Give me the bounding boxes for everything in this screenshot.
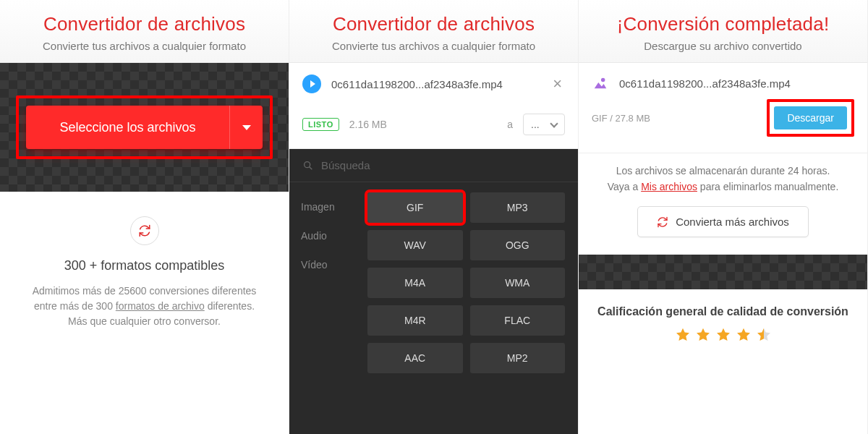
formats-link[interactable]: formatos de archivo bbox=[116, 300, 205, 312]
status-badge: LISTO bbox=[302, 118, 339, 131]
page-title: ¡Conversión completada! bbox=[586, 13, 860, 35]
target-format-select[interactable]: ... bbox=[523, 114, 565, 135]
convert-more-button[interactable]: Convierta más archivos bbox=[637, 206, 809, 237]
rating-stars bbox=[593, 327, 853, 343]
convert-more-wrap: Convierta más archivos bbox=[579, 195, 867, 242]
category-imagen[interactable]: Imagen bbox=[289, 192, 367, 221]
format-option-wma[interactable]: WMA bbox=[470, 268, 566, 298]
panel-step-3: ¡Conversión completada! Descargue su arc… bbox=[579, 0, 868, 434]
upload-area: Seleccione los archivos bbox=[0, 63, 289, 192]
format-option-aac[interactable]: AAC bbox=[367, 343, 463, 373]
category-audio[interactable]: Audio bbox=[289, 221, 367, 250]
formats-title: 300 + formatos compatibles bbox=[29, 258, 260, 273]
to-label: a bbox=[507, 119, 513, 130]
star-icon bbox=[695, 327, 711, 343]
panel-step-1: Convertidor de archivos Convierte tus ar… bbox=[0, 0, 289, 434]
download-row: GIF / 27.8 MB Descargar bbox=[579, 96, 867, 153]
format-option-ogg[interactable]: OGG bbox=[470, 230, 566, 260]
format-option-m4r[interactable]: M4R bbox=[367, 305, 463, 336]
file-row: 0c611da1198200...af2348a3fe.mp4 bbox=[579, 63, 867, 96]
format-option-m4a[interactable]: M4A bbox=[367, 268, 463, 298]
refresh-icon bbox=[657, 216, 668, 228]
file-name: 0c611da1198200...af2348a3fe.mp4 bbox=[331, 78, 550, 90]
highlight-box: Seleccione los archivos bbox=[16, 95, 273, 159]
highlight-box: Descargar bbox=[767, 99, 854, 137]
file-size: 2.16 MB bbox=[349, 119, 387, 130]
svg-point-0 bbox=[305, 161, 310, 167]
rating-block: Calificación general de calidad de conve… bbox=[579, 302, 867, 346]
file-row: 0c611da1198200...af2348a3fe.mp4 × bbox=[289, 63, 578, 105]
refresh-icon bbox=[130, 216, 159, 245]
select-files-label: Seleccione los archivos bbox=[26, 106, 229, 149]
panel-step-2: Convertidor de archivos Convierte tus ar… bbox=[289, 0, 579, 434]
format-grid: GIFMP3WAVOGGM4AWMAM4RFLACAACMP2 bbox=[367, 182, 578, 434]
star-icon bbox=[675, 327, 691, 343]
convert-more-label: Convierta más archivos bbox=[676, 216, 789, 228]
header: Convertidor de archivos Convierte tus ar… bbox=[289, 0, 578, 63]
image-icon bbox=[592, 75, 609, 92]
category-list: Imagen Audio Vídeo bbox=[289, 182, 367, 434]
play-icon[interactable] bbox=[302, 75, 321, 93]
chevron-down-icon bbox=[550, 119, 558, 127]
file-name: 0c611da1198200...af2348a3fe.mp4 bbox=[619, 77, 854, 90]
rating-title: Calificación general de calidad de conve… bbox=[593, 305, 853, 318]
star-icon bbox=[736, 327, 752, 343]
page-subtitle: Descargue su archivo convertido bbox=[586, 40, 860, 52]
page-title: Convertidor de archivos bbox=[297, 13, 571, 35]
file-meta-row: LISTO 2.16 MB a ... bbox=[289, 105, 578, 149]
page-title: Convertidor de archivos bbox=[7, 13, 281, 35]
format-option-flac[interactable]: FLAC bbox=[470, 305, 566, 336]
svg-line-1 bbox=[310, 166, 312, 169]
star-icon bbox=[715, 327, 731, 343]
my-files-link[interactable]: Mis archivos bbox=[641, 181, 697, 192]
format-option-gif[interactable]: GIF bbox=[367, 192, 463, 223]
page-subtitle: Convierte tus archivos a cualquier forma… bbox=[7, 40, 281, 52]
search-input[interactable] bbox=[321, 159, 565, 171]
download-button[interactable]: Descargar bbox=[774, 106, 847, 129]
format-picker: Imagen Audio Vídeo GIFMP3WAVOGGM4AWMAM4R… bbox=[289, 149, 578, 434]
storage-message: Los archivos se almacenarán durante 24 h… bbox=[579, 153, 867, 195]
formats-description: Admitimos más de 25600 conversiones dife… bbox=[29, 284, 260, 329]
formats-info: 300 + formatos compatibles Admitimos más… bbox=[0, 192, 289, 329]
result-meta: GIF / 27.8 MB bbox=[592, 113, 650, 124]
remove-file-button[interactable]: × bbox=[550, 75, 565, 93]
chevron-down-icon bbox=[242, 125, 251, 130]
select-files-dropdown[interactable] bbox=[229, 106, 263, 149]
svg-point-2 bbox=[602, 79, 605, 82]
search-icon bbox=[302, 160, 314, 171]
format-option-wav[interactable]: WAV bbox=[367, 230, 463, 260]
format-option-mp3[interactable]: MP3 bbox=[470, 192, 566, 223]
decorative-strip bbox=[579, 255, 867, 289]
page-subtitle: Convierte tus archivos a cualquier forma… bbox=[297, 40, 571, 52]
star-icon bbox=[756, 327, 772, 343]
header: Convertidor de archivos Convierte tus ar… bbox=[0, 0, 289, 63]
header: ¡Conversión completada! Descargue su arc… bbox=[579, 0, 867, 63]
select-files-button[interactable]: Seleccione los archivos bbox=[26, 106, 263, 149]
category-video[interactable]: Vídeo bbox=[289, 250, 367, 279]
search-row bbox=[289, 149, 578, 182]
format-option-mp2[interactable]: MP2 bbox=[470, 343, 566, 373]
target-format-value: ... bbox=[531, 119, 540, 130]
